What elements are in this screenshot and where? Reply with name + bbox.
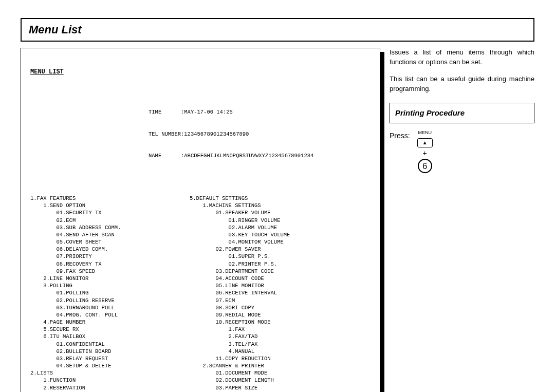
sidebar-para-1: Issues a list of menu items through whic…: [390, 48, 534, 67]
printing-procedure-heading: Printing Procedure: [395, 107, 529, 119]
menu-button-label: MENU: [418, 129, 432, 136]
press-label: Press:: [390, 130, 410, 141]
menu-up-button[interactable]: ▲: [417, 138, 433, 147]
sidebar: Issues a list of menu items through whic…: [390, 48, 534, 173]
press-block: Press: MENU ▲ + 6: [390, 130, 534, 173]
button-stack: MENU ▲ + 6: [417, 129, 433, 173]
printout-sheet: MENU LIST TIME :MAY-17-00 14:25 TEL NUMB…: [21, 48, 380, 392]
subheading-box: Printing Procedure: [390, 103, 534, 123]
page-title: Menu List: [29, 23, 526, 36]
digit-6-button[interactable]: 6: [418, 159, 432, 173]
main-layout: MENU LIST TIME :MAY-17-00 14:25 TEL NUMB…: [21, 48, 534, 392]
meta-time: TIME :MAY-17-00 14:25: [149, 108, 371, 116]
printout-meta: TIME :MAY-17-00 14:25 TEL NUMBER:1234567…: [149, 94, 371, 174]
meta-name: NAME :ABCDEFGHIJKLMNOPQRSTUVWXYZ12345678…: [149, 152, 371, 159]
meta-tel: TEL NUMBER:12345678901234567890: [149, 130, 371, 138]
page: Menu List MENU LIST TIME :MAY-17-00 14:2…: [21, 18, 534, 392]
printout-wrap: MENU LIST TIME :MAY-17-00 14:25 TEL NUMB…: [21, 48, 380, 392]
title-box: Menu List: [21, 18, 534, 42]
printout-columns: 1.FAX FEATURES 1.SEND OPTION 01.SECURITY…: [30, 195, 371, 392]
sidebar-para-2: This list can be a useful guide during m…: [390, 74, 534, 94]
menu-col-right: 5.DEFAULT SETTINGS 1.MACHINE SETTINGS 01…: [190, 195, 371, 392]
plus-icon: +: [423, 150, 427, 157]
printout-heading: MENU LIST: [30, 68, 371, 76]
menu-col-left: 1.FAX FEATURES 1.SEND OPTION 01.SECURITY…: [30, 195, 190, 392]
